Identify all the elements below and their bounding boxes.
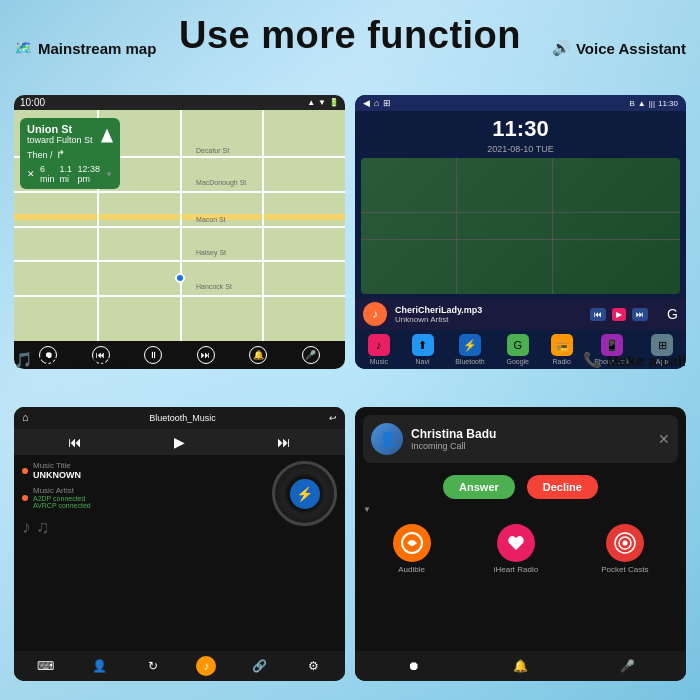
- call-bell-btn[interactable]: 🔔: [511, 656, 531, 676]
- refresh-icon[interactable]: ↻: [143, 656, 163, 676]
- collapse-chevron[interactable]: ▼: [363, 505, 371, 514]
- music-bottom-icons: ⌨ 👤 ↻ ♪ 🔗 ⚙: [14, 651, 345, 681]
- nav-then-row: Then / ↱: [27, 148, 113, 161]
- music-title-row: Music Title UNKNOWN: [22, 461, 264, 480]
- next-track-btn[interactable]: ⏭: [277, 434, 291, 450]
- music-playback-controls: ⏮ ▶ ⏭: [14, 429, 345, 455]
- voice-music-info: CheriCheriLady.mp3 Unknown Artist: [395, 305, 482, 324]
- connection2: AVRCP connected: [33, 502, 91, 509]
- bluetooth-badge: ⚡: [290, 479, 320, 509]
- music-home-icon[interactable]: ⌂: [22, 411, 36, 425]
- call-record-btn[interactable]: ⏺: [404, 656, 424, 676]
- vc-prev[interactable]: ⏮: [590, 308, 606, 321]
- then-arrow: ↱: [56, 148, 65, 161]
- voice-mini-map: [361, 158, 680, 294]
- apps-icon[interactable]: ⊞: [383, 98, 391, 108]
- app-music[interactable]: ♪ Music: [368, 334, 390, 365]
- google-app-label: Google: [506, 358, 529, 365]
- nav-arrive: 12:38 pm: [78, 164, 101, 184]
- app-bluetooth[interactable]: ⚡ Bluetooth: [455, 334, 485, 365]
- voice-status-icons: B ▲ ||| 11:30: [629, 99, 678, 108]
- map-icon: 🗺️: [14, 39, 33, 57]
- mic-btn[interactable]: 🎤: [302, 346, 320, 364]
- make-call-panel: 👤 Christina Badu Incoming Call ✕ Answer …: [355, 407, 686, 681]
- app-navi[interactable]: ⬆ Navi: [412, 334, 434, 365]
- bluetooth-app-icon: ⚡: [459, 334, 481, 356]
- voice-top-bar: ◀ ⌂ ⊞ B ▲ ||| 11:30: [355, 95, 686, 111]
- answer-button[interactable]: Answer: [443, 475, 515, 499]
- vinyl-disc: ⚡: [272, 461, 337, 526]
- settings-icon[interactable]: ⚙: [303, 656, 323, 676]
- connection1: A2DP connected: [33, 495, 91, 502]
- app-radio[interactable]: 📻 Radio: [551, 334, 573, 365]
- incoming-call-card: 👤 Christina Badu Incoming Call ✕: [363, 415, 678, 463]
- voice-music-controls: ⏮ ▶ ⏭: [587, 305, 651, 324]
- navigation-card: Union St toward Fulton St Then / ↱ ✕ 6 m…: [20, 118, 120, 189]
- bell-btn[interactable]: 🔔: [249, 346, 267, 364]
- person-icon[interactable]: 👤: [89, 656, 109, 676]
- app-google[interactable]: G Google: [506, 334, 529, 365]
- bluetooth-status: B: [629, 99, 634, 108]
- vc-play[interactable]: ▶: [612, 308, 626, 321]
- music-body: Music Title UNKNOWN Music Artist A2DP co…: [14, 455, 345, 651]
- voice-assistant-panel-wrapper: 🔊 Voice Assistant ◀ ⌂ ⊞ B ▲ ||| 11:30 11…: [355, 67, 686, 369]
- prev-track-btn[interactable]: ⏮: [68, 434, 82, 450]
- music-top-bar: ⌂ Bluetooth_Music ↩: [14, 407, 345, 429]
- mainstream-map-panel-wrapper: 🗺️ Mainstream map 10:00 ▲ ▼ 🔋: [14, 67, 345, 369]
- nav-chevron[interactable]: ▼: [105, 170, 113, 179]
- voice-clock: 11:30: [355, 111, 686, 144]
- make-call-label: 📞 Make a call: [583, 351, 686, 369]
- music-note: ♪: [363, 302, 387, 326]
- nav-time-row: ✕ 6 min 1.1 mi 12:38 pm ▼: [27, 164, 113, 184]
- call-close-btn[interactable]: ✕: [658, 431, 670, 447]
- nav-toward: toward Fulton St: [27, 135, 93, 145]
- audible-label: Audible: [398, 565, 425, 574]
- map-pin: [175, 273, 185, 283]
- iheart-app[interactable]: iHeart Radio: [494, 524, 538, 574]
- next-btn[interactable]: ⏭: [197, 346, 215, 364]
- pocket-casts-icon: [606, 524, 644, 562]
- music-info: Music Title UNKNOWN Music Artist A2DP co…: [22, 461, 264, 645]
- then-text: Then /: [27, 150, 53, 160]
- music-title-label: Music Title: [33, 461, 81, 470]
- iheart-label: iHeart Radio: [494, 565, 538, 574]
- music-active-icon[interactable]: ♪: [196, 656, 216, 676]
- voice-play-controls: ⏮ ▶ ⏭: [587, 305, 651, 324]
- radio-app-icon: 📻: [551, 334, 573, 356]
- call-label-icon: 📞: [583, 351, 602, 369]
- navi-app-label: Navi: [415, 358, 429, 365]
- google-assistant-icon[interactable]: G: [667, 306, 678, 322]
- google-app-icon: G: [507, 334, 529, 356]
- call-mic-btn[interactable]: 🎤: [618, 656, 638, 676]
- pause-btn[interactable]: ⏸: [144, 346, 162, 364]
- pocket-casts-app[interactable]: Pocket Casts: [601, 524, 648, 574]
- street-label-3: Macon St: [196, 216, 226, 223]
- title-dot: [22, 468, 28, 474]
- music-back-icon[interactable]: ↩: [329, 413, 337, 423]
- decline-button[interactable]: Decline: [527, 475, 598, 499]
- voice-time-status: 11:30: [658, 99, 678, 108]
- street-label-5: Hancock St: [196, 283, 232, 290]
- keyboard-icon[interactable]: ⌨: [36, 656, 56, 676]
- map-time: 10:00: [20, 97, 45, 108]
- call-apps-grid: Audible iHeart Radio Pocket Casts: [355, 516, 686, 582]
- map-content: Decatur St MacDonough St Macon St Halsey…: [14, 110, 345, 341]
- music-artist-label: Music Artist: [33, 486, 91, 495]
- music-notes-decoration: ♪ ♫: [22, 517, 264, 538]
- make-call-panel-wrapper: 📞 Make a call 👤 Christina Badu Incoming …: [355, 379, 686, 681]
- voice-music-bar: ♪ CheriCheriLady.mp3 Unknown Artist ⏮ ▶ …: [355, 298, 686, 330]
- home-icon[interactable]: ⌂: [374, 98, 379, 108]
- music-title-value: UNKNOWN: [33, 470, 81, 480]
- audible-app[interactable]: Audible: [393, 524, 431, 574]
- music-source: Bluetooth_Music: [149, 413, 216, 423]
- artist-dot: [22, 495, 28, 501]
- voice-icon: 🔊: [552, 39, 571, 57]
- back-icon[interactable]: ◀: [363, 98, 370, 108]
- battery-icon: 🔋: [329, 98, 339, 107]
- nav-close-btn[interactable]: ✕: [27, 169, 35, 179]
- link-icon[interactable]: 🔗: [250, 656, 270, 676]
- online-music-panel-wrapper: 🎵 Online music ⌂ Bluetooth_Music ↩ ⏮ ▶ ⏭: [14, 379, 345, 681]
- map-status-icons: ▲ ▼ 🔋: [307, 98, 339, 107]
- vc-next[interactable]: ⏭: [632, 308, 648, 321]
- play-btn[interactable]: ▶: [174, 434, 185, 450]
